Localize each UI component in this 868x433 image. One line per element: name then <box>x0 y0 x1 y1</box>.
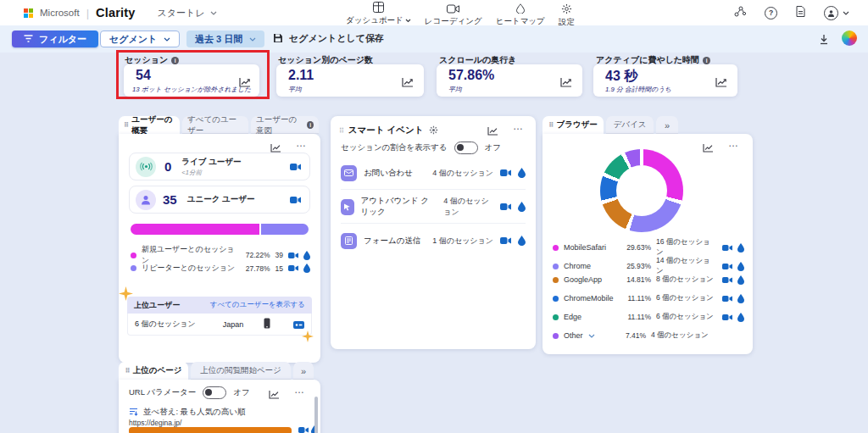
water-drop-icon[interactable] <box>737 262 744 271</box>
camera-icon[interactable] <box>722 295 732 303</box>
tab-top-pages-label: 上位のページ <box>133 365 182 376</box>
more-menu-icon[interactable]: … <box>513 120 524 132</box>
camera-icon[interactable] <box>722 276 732 284</box>
tab-user-overview[interactable]: ⠿ ユーザーの概要 <box>119 116 180 134</box>
bar-segment-returning[interactable] <box>261 224 309 235</box>
download-icon[interactable] <box>819 33 829 48</box>
drag-handle-icon[interactable]: ⠿ <box>124 121 128 129</box>
sort-icon <box>129 404 138 419</box>
water-drop-icon[interactable] <box>737 243 744 253</box>
camera-icon[interactable] <box>722 314 732 321</box>
tab-overflow-chevron[interactable]: » <box>293 362 314 380</box>
show-all-users-link[interactable]: すべてのユーザーを表示する <box>210 300 305 310</box>
water-drop-icon[interactable] <box>518 236 526 246</box>
drag-handle-icon[interactable]: ⠿ <box>548 121 553 129</box>
sort-row[interactable]: 並べ替え: 最も人気の高い順 <box>129 404 245 419</box>
more-menu-icon[interactable]: … <box>294 384 305 396</box>
top-user-row[interactable]: 6 個のセッション Japan <box>127 314 312 336</box>
smart-event-row[interactable]: アウトバウンド クリック 4 個のセッション <box>341 194 526 219</box>
save-segment-button[interactable]: セグメントとして保存 <box>273 32 384 45</box>
camera-icon[interactable] <box>500 203 511 211</box>
nav-settings[interactable]: 設定 <box>559 3 575 28</box>
water-drop-icon[interactable] <box>518 168 526 178</box>
tab-top-entry-pages[interactable]: 上位の閲覧開始ページ <box>191 362 291 380</box>
browser-count: 16 個のセッション <box>656 237 717 258</box>
tab-overflow-chevron[interactable]: » <box>656 116 678 134</box>
water-drop-icon[interactable] <box>737 294 744 303</box>
water-drop-icon[interactable] <box>737 313 744 322</box>
metric-scroll-card[interactable]: 57.86% 平均 <box>437 64 582 97</box>
legend-dot <box>553 333 559 339</box>
browser-count: 14 個のセッション <box>656 256 717 276</box>
drag-handle-icon[interactable]: ⠿ <box>125 367 130 375</box>
water-drop-icon[interactable] <box>303 264 310 273</box>
camera-icon[interactable] <box>500 236 511 245</box>
trend-icon[interactable] <box>487 124 498 139</box>
bar-segment-new[interactable] <box>131 224 259 235</box>
help-icon[interactable]: ? <box>765 7 777 19</box>
live-users-row[interactable]: 0 ライブ ユーザー <1分前 <box>129 153 310 180</box>
date-range-dropdown[interactable]: 過去 3 日間 <box>186 31 264 47</box>
camera-icon[interactable] <box>500 169 511 177</box>
gear-icon[interactable] <box>429 123 438 138</box>
camera-icon[interactable] <box>298 426 309 433</box>
camera-icon[interactable] <box>288 252 298 259</box>
browser-count: 8 個のセッション <box>656 275 717 285</box>
browser-legend-row[interactable]: MobileSafari 29.63% 16 個のセッション <box>553 237 744 258</box>
water-drop-icon[interactable] <box>518 202 526 212</box>
browser-legend-row[interactable]: Edge 11.11% 6 個のセッション <box>553 312 744 322</box>
trend-icon[interactable] <box>269 387 280 402</box>
tab-all-users[interactable]: すべてのユーザー <box>182 116 248 134</box>
filter-button[interactable]: フィルター <box>12 31 98 47</box>
more-menu-icon[interactable]: … <box>728 137 739 149</box>
info-icon[interactable]: i <box>703 57 710 64</box>
drag-handle-icon[interactable]: ⠿ <box>339 127 343 135</box>
metric-pages-card[interactable]: 2.11 平均 <box>276 64 424 97</box>
browser-percent: 11.11% <box>627 294 651 303</box>
tab-browser[interactable]: ⠿ ブラウザー <box>542 116 604 134</box>
project-selector[interactable]: スタートレ <box>158 7 217 19</box>
browser-legend-row[interactable]: Chrome 25.93% 14 個のセッション <box>553 256 744 276</box>
water-drop-icon[interactable] <box>737 275 744 285</box>
docs-icon[interactable] <box>796 5 805 20</box>
segment-dropdown[interactable]: セグメント <box>100 31 180 47</box>
metric-time-card[interactable]: 43 秒 1.9 分 合計時間のうち <box>593 64 737 97</box>
smart-event-row[interactable]: フォームの送信 1 個のセッション <box>341 228 526 253</box>
camera-icon[interactable] <box>290 196 301 204</box>
browser-legend-row-other[interactable]: Other 7.41% 4 個のセッション <box>553 330 744 341</box>
camera-icon[interactable] <box>722 263 732 270</box>
trend-icon[interactable] <box>703 141 714 156</box>
account-menu[interactable] <box>824 6 849 20</box>
legend-returning-sessions[interactable]: リピーターとのセッション 27.78% 15 <box>131 263 310 274</box>
nav-recordings[interactable]: レコーディング <box>425 4 482 27</box>
page-bar[interactable] <box>129 427 292 433</box>
metric-sessions-card[interactable]: 54 13 ボット セッションが除外されました <box>124 64 259 97</box>
unique-users-row[interactable]: 35 ユニーク ユーザー <box>129 186 310 214</box>
info-icon[interactable]: i <box>171 57 179 64</box>
page-url[interactable]: https://degina.jp/ <box>129 419 181 427</box>
trend-icon[interactable] <box>560 75 572 91</box>
url-param-toggle[interactable] <box>203 386 226 399</box>
browser-legend-row[interactable]: ChromeMobile 11.11% 6 個のセッション <box>553 293 744 303</box>
trend-icon[interactable] <box>402 75 414 91</box>
tab-device[interactable]: デバイス <box>606 116 654 134</box>
trend-icon[interactable] <box>715 75 727 91</box>
browser-legend-row[interactable]: GoogleApp 14.81% 8 個のセッション <box>553 275 744 285</box>
camera-icon[interactable] <box>288 264 298 272</box>
show-ratio-toggle[interactable] <box>454 142 478 154</box>
show-ratio-label: セッションの割合を表示する <box>341 142 448 153</box>
trend-icon[interactable] <box>239 75 251 91</box>
chevron-down-icon[interactable] <box>588 334 595 338</box>
camera-icon[interactable] <box>722 244 732 252</box>
smart-event-row[interactable]: お問い合わせ 4 個のセッション <box>341 160 526 186</box>
copilot-icon[interactable] <box>842 31 857 46</box>
water-drop-icon[interactable] <box>303 251 310 260</box>
card-scrollbar[interactable] <box>314 397 318 433</box>
tab-user-intent[interactable]: ユーザーの意図 i <box>251 116 319 134</box>
browser-percent: 11.11% <box>627 313 651 321</box>
more-menu-icon[interactable]: … <box>296 137 307 149</box>
tab-top-pages[interactable]: ⠿ 上位のページ <box>119 362 188 380</box>
nav-heatmaps[interactable]: ヒートマップ <box>496 3 545 27</box>
share-icon[interactable] <box>734 5 746 20</box>
camera-icon[interactable] <box>290 163 301 171</box>
